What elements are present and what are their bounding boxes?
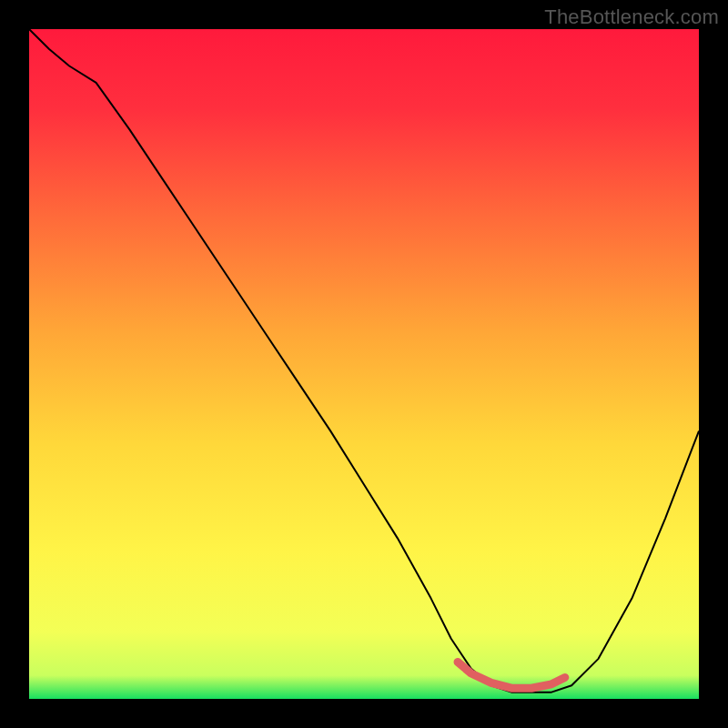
plot-area	[29, 29, 699, 699]
watermark-text: TheBottleneck.com	[544, 5, 719, 29]
chart-frame: TheBottleneck.com	[0, 0, 728, 728]
chart-svg	[29, 29, 699, 699]
